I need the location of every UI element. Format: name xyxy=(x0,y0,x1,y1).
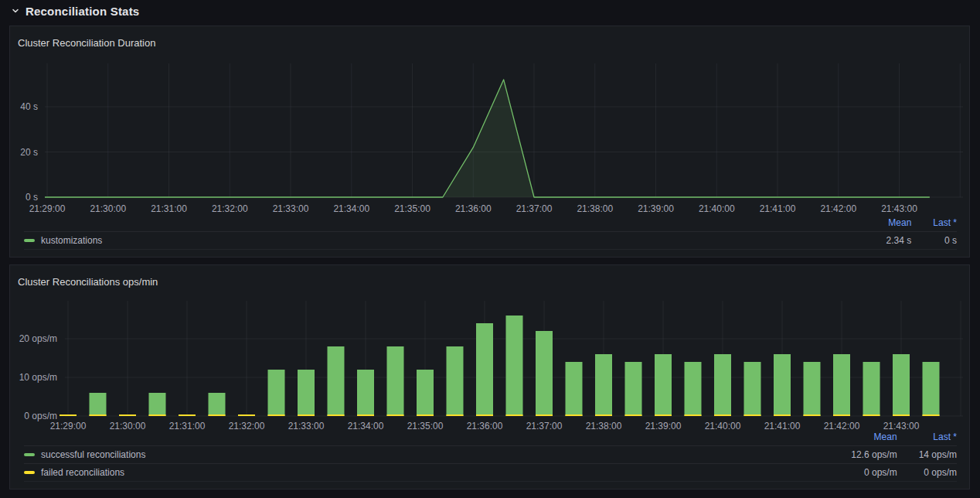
series-label: kustomizations xyxy=(41,235,102,246)
series-mean-value: 2.34 s xyxy=(865,232,912,250)
svg-text:21:32:00: 21:32:00 xyxy=(212,203,248,214)
svg-text:21:38:00: 21:38:00 xyxy=(577,203,613,214)
legend: Mean Last * successful reconciliations 1… xyxy=(10,429,969,482)
svg-text:20 ops/m: 20 ops/m xyxy=(19,333,57,344)
panel-cluster-reconciliations-ops-min: Cluster Reconciliations ops/min 0 ops/m1… xyxy=(9,264,970,489)
legend-sort-mean[interactable]: Mean xyxy=(865,215,912,232)
legend: Mean Last * kustomizations 2.34 s 0 s xyxy=(10,215,969,250)
svg-text:21:29:00: 21:29:00 xyxy=(29,203,66,214)
svg-text:21:43:00: 21:43:00 xyxy=(881,203,917,214)
duration-area-chart[interactable]: 0 s20 s40 s21:29:0021:30:0021:31:0021:32… xyxy=(10,57,969,216)
svg-text:40 s: 40 s xyxy=(20,101,38,112)
legend-series-column xyxy=(24,215,865,232)
series-last-value: 14 ops/m xyxy=(897,446,957,464)
series-color-swatch xyxy=(24,453,35,456)
legend-sort-last[interactable]: Last * xyxy=(911,215,957,232)
series-label: successful reconciliations xyxy=(41,449,145,460)
legend-row: failed reconciliations 0 ops/m 0 ops/m xyxy=(24,464,957,482)
legend-series-column xyxy=(24,429,829,446)
svg-text:21:36:00: 21:36:00 xyxy=(455,203,492,214)
svg-text:21:34:00: 21:34:00 xyxy=(333,203,369,214)
svg-text:0 s: 0 s xyxy=(26,192,38,203)
series-toggle-kustomizations[interactable]: kustomizations xyxy=(24,235,865,246)
svg-text:21:33:00: 21:33:00 xyxy=(273,203,309,214)
series-mean-value: 0 ops/m xyxy=(829,464,897,482)
legend-sort-last[interactable]: Last * xyxy=(897,429,957,446)
panel-title[interactable]: Cluster Reconciliations ops/min xyxy=(18,276,158,288)
svg-text:10 ops/m: 10 ops/m xyxy=(19,372,57,383)
chevron-down-icon xyxy=(11,6,20,15)
legend-sort-mean[interactable]: Mean xyxy=(829,429,897,446)
svg-text:21:37:00: 21:37:00 xyxy=(516,203,553,214)
legend-row: successful reconciliations 12.6 ops/m 14… xyxy=(24,446,957,464)
svg-text:21:39:00: 21:39:00 xyxy=(638,203,674,214)
row-title: Reconciliation Stats xyxy=(26,5,139,18)
series-label: failed reconciliations xyxy=(41,467,124,478)
legend-header-row: Mean Last * xyxy=(24,215,957,232)
legend-row: kustomizations 2.34 s 0 s xyxy=(24,232,957,250)
svg-text:20 s: 20 s xyxy=(20,147,38,158)
series-color-swatch xyxy=(24,239,35,242)
svg-text:21:35:00: 21:35:00 xyxy=(394,203,430,214)
reconciliations-bar-chart[interactable]: 0 ops/m10 ops/m20 ops/m21:29:0021:30:002… xyxy=(10,296,969,431)
svg-text:21:40:00: 21:40:00 xyxy=(699,203,735,214)
series-toggle-failed-reconciliations[interactable]: failed reconciliations xyxy=(24,467,829,478)
series-last-value: 0 ops/m xyxy=(897,464,957,482)
svg-text:21:31:00: 21:31:00 xyxy=(151,203,187,214)
dashboard-row-header[interactable]: Reconciliation Stats xyxy=(0,0,980,22)
series-toggle-successful-reconciliations[interactable]: successful reconciliations xyxy=(24,449,829,460)
series-color-swatch xyxy=(24,471,35,474)
legend-header-row: Mean Last * xyxy=(24,429,957,446)
svg-text:0 ops/m: 0 ops/m xyxy=(24,411,57,421)
panel-cluster-reconciliation-duration: Cluster Reconciliation Duration 0 s20 s4… xyxy=(9,26,970,258)
svg-text:21:41:00: 21:41:00 xyxy=(760,203,796,214)
series-last-value: 0 s xyxy=(911,232,957,250)
panel-title[interactable]: Cluster Reconciliation Duration xyxy=(18,37,155,49)
svg-text:21:30:00: 21:30:00 xyxy=(90,203,126,214)
svg-text:21:42:00: 21:42:00 xyxy=(820,203,856,214)
series-mean-value: 12.6 ops/m xyxy=(829,446,897,464)
